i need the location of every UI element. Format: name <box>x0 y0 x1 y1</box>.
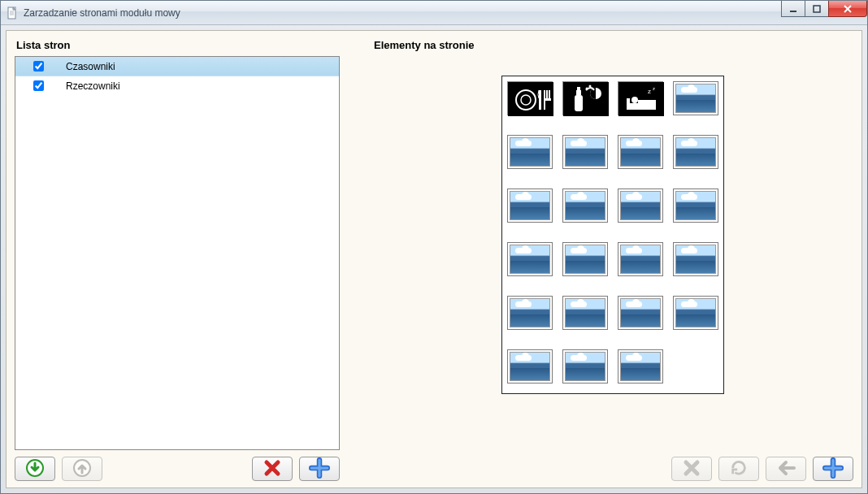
svg-rect-24 <box>653 100 656 110</box>
element-placeholder[interactable] <box>673 296 718 330</box>
move-down-button[interactable] <box>15 457 55 481</box>
svg-rect-15 <box>575 95 583 111</box>
pages-toolbar <box>15 457 340 481</box>
svg-rect-14 <box>563 82 609 116</box>
refresh-button <box>718 457 759 481</box>
svg-rect-17 <box>577 87 580 90</box>
element-placeholder[interactable] <box>673 242 718 276</box>
svg-rect-21 <box>618 82 664 116</box>
eat-icon[interactable] <box>507 81 553 115</box>
arrow-left-icon <box>776 460 796 479</box>
element-placeholder[interactable] <box>618 188 663 223</box>
move-up-button <box>62 457 102 481</box>
element-placeholder[interactable] <box>507 188 553 223</box>
element-placeholder[interactable] <box>562 188 608 223</box>
pages-list[interactable]: CzasownikiRzeczowniki <box>15 56 340 450</box>
page-visible-checkbox[interactable] <box>33 61 44 72</box>
element-placeholder[interactable] <box>562 349 608 384</box>
titlebar[interactable]: Zarzadzanie stronami modułu mowy <box>1 1 867 25</box>
plus-icon <box>822 457 844 481</box>
arrow-down-circle-icon <box>25 458 45 480</box>
back-button <box>766 457 806 481</box>
page-label: Rzeczowniki <box>66 80 120 92</box>
delete-page-button[interactable] <box>252 457 293 481</box>
app-window: Zarzadzanie stronami modułu mowy Lista s… <box>0 0 868 494</box>
svg-rect-23 <box>627 98 630 110</box>
svg-rect-10 <box>544 90 545 110</box>
pages-header: Lista stron <box>15 39 340 51</box>
element-placeholder[interactable] <box>618 296 663 330</box>
add-page-button[interactable] <box>299 457 340 481</box>
refresh-icon <box>730 459 748 479</box>
element-placeholder[interactable] <box>618 349 663 384</box>
element-placeholder[interactable] <box>673 81 718 115</box>
element-placeholder[interactable] <box>507 242 553 276</box>
close-button[interactable] <box>828 1 867 17</box>
element-placeholder[interactable] <box>507 349 553 384</box>
pages-column: Lista stron CzasownikiRzeczowniki <box>15 39 340 450</box>
svg-rect-22 <box>627 103 656 110</box>
list-item[interactable]: Rzeczowniki <box>15 76 339 96</box>
elements-toolbar <box>340 457 853 481</box>
list-item[interactable]: Czasowniki <box>15 57 339 76</box>
client-area: Lista stron CzasownikiRzeczowniki Elemen… <box>6 30 862 488</box>
element-placeholder[interactable] <box>673 135 718 169</box>
element-placeholder[interactable] <box>562 242 608 276</box>
element-placeholder[interactable] <box>562 135 608 169</box>
sleep-icon[interactable]: zz <box>618 81 663 115</box>
elements-header: Elementy na stronie <box>372 39 853 51</box>
add-element-button[interactable] <box>813 457 853 481</box>
svg-rect-9 <box>539 90 541 110</box>
window-title: Zarzadzanie stronami modułu mowy <box>24 7 180 19</box>
plus-icon <box>309 457 330 481</box>
arrow-up-circle-icon <box>72 458 92 480</box>
element-placeholder[interactable] <box>673 188 718 223</box>
delete-x-icon <box>263 458 282 480</box>
element-placeholder[interactable] <box>618 135 663 169</box>
svg-text:z: z <box>653 86 655 91</box>
svg-point-20 <box>589 85 592 88</box>
page-label: Czasowniki <box>66 61 115 72</box>
svg-rect-5 <box>814 6 820 12</box>
svg-text:z: z <box>648 88 651 95</box>
elements-column: Elementy na stronie zz <box>372 39 853 450</box>
svg-point-25 <box>631 97 638 103</box>
window-controls <box>782 1 867 17</box>
drink-icon[interactable] <box>562 81 608 115</box>
maximize-button[interactable] <box>805 1 829 17</box>
svg-rect-13 <box>545 98 551 101</box>
page-visible-checkbox[interactable] <box>33 80 44 91</box>
element-placeholder[interactable] <box>618 242 663 276</box>
svg-point-19 <box>586 88 588 90</box>
footer <box>15 457 853 481</box>
svg-rect-16 <box>576 90 581 95</box>
element-placeholder[interactable] <box>507 135 553 169</box>
elements-grid: zz <box>501 76 724 394</box>
document-icon <box>6 6 19 20</box>
delete-x-icon <box>682 458 701 480</box>
element-placeholder[interactable] <box>507 296 553 330</box>
svg-rect-26 <box>638 100 653 103</box>
delete-element-button <box>671 457 712 481</box>
minimize-button[interactable] <box>781 1 805 17</box>
element-placeholder[interactable] <box>562 296 608 330</box>
